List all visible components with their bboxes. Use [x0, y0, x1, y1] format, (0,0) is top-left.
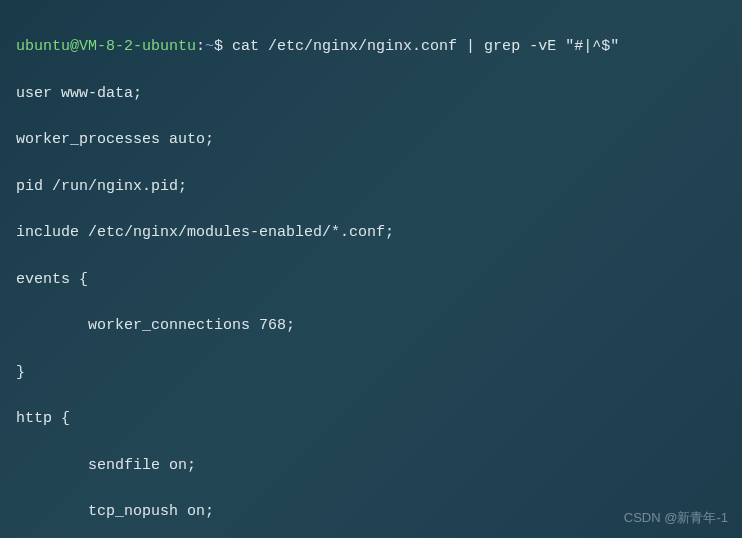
output-line: events {: [16, 268, 726, 291]
watermark-text: CSDN @新青年-1: [624, 508, 728, 528]
output-line: pid /run/nginx.pid;: [16, 175, 726, 198]
prompt-sep: :: [196, 38, 205, 55]
output-line: worker_connections 768;: [16, 314, 726, 337]
prompt-line-1: ubuntu@VM-8-2-ubuntu:~$ cat /etc/nginx/n…: [16, 35, 726, 58]
prompt-userhost: ubuntu@VM-8-2-ubuntu: [16, 38, 196, 55]
prompt-path: ~: [205, 38, 214, 55]
output-line: include /etc/nginx/modules-enabled/*.con…: [16, 221, 726, 244]
output-line: tcp_nopush on;: [16, 500, 726, 523]
output-line: sendfile on;: [16, 454, 726, 477]
output-line: user www-data;: [16, 82, 726, 105]
prompt-dollar: $: [214, 38, 223, 55]
output-line: worker_processes auto;: [16, 128, 726, 151]
output-line: http {: [16, 407, 726, 430]
output-line: }: [16, 361, 726, 384]
command-text: cat /etc/nginx/nginx.conf | grep -vE "#|…: [223, 38, 619, 55]
terminal-output[interactable]: ubuntu@VM-8-2-ubuntu:~$ cat /etc/nginx/n…: [16, 12, 726, 538]
